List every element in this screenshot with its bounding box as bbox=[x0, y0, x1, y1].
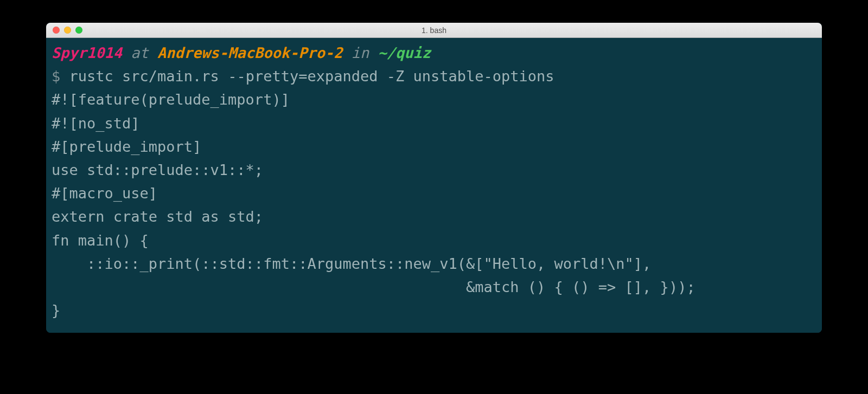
window-title: 1. bash bbox=[46, 26, 822, 35]
output-line: #![no_std] bbox=[52, 115, 140, 132]
minimize-icon[interactable] bbox=[64, 27, 71, 34]
output-line: extern crate std as std; bbox=[52, 208, 263, 225]
terminal-body[interactable]: Spyr1014 at Andrews-MacBook-Pro-2 in ~/q… bbox=[46, 38, 822, 333]
traffic-lights bbox=[46, 27, 82, 34]
prompt-path: ~/quiz bbox=[378, 44, 431, 61]
command-text: rustc src/main.rs --pretty=expanded -Z u… bbox=[69, 68, 554, 85]
prompt-host: Andrews-MacBook-Pro-2 bbox=[157, 44, 342, 61]
output-line: use std::prelude::v1::*; bbox=[52, 162, 263, 178]
titlebar[interactable]: 1. bash bbox=[46, 23, 822, 38]
prompt-symbol: $ bbox=[52, 68, 60, 85]
output-line: &match () { () => [], })); bbox=[52, 279, 695, 295]
output-line: fn main() { bbox=[52, 232, 149, 249]
prompt-user: Spyr1014 bbox=[52, 44, 122, 61]
prompt-at: at bbox=[131, 44, 149, 61]
terminal-window: 1. bash Spyr1014 at Andrews-MacBook-Pro-… bbox=[46, 23, 822, 333]
output-line: ::io::_print(::std::fmt::Arguments::new_… bbox=[52, 255, 651, 272]
output-line: #[macro_use] bbox=[52, 185, 157, 202]
output-line: #![feature(prelude_import)] bbox=[52, 91, 290, 108]
output-line: #[prelude_import] bbox=[52, 138, 201, 155]
output-line: } bbox=[52, 302, 60, 319]
maximize-icon[interactable] bbox=[75, 27, 82, 34]
close-icon[interactable] bbox=[53, 27, 60, 34]
prompt-in: in bbox=[352, 44, 369, 61]
